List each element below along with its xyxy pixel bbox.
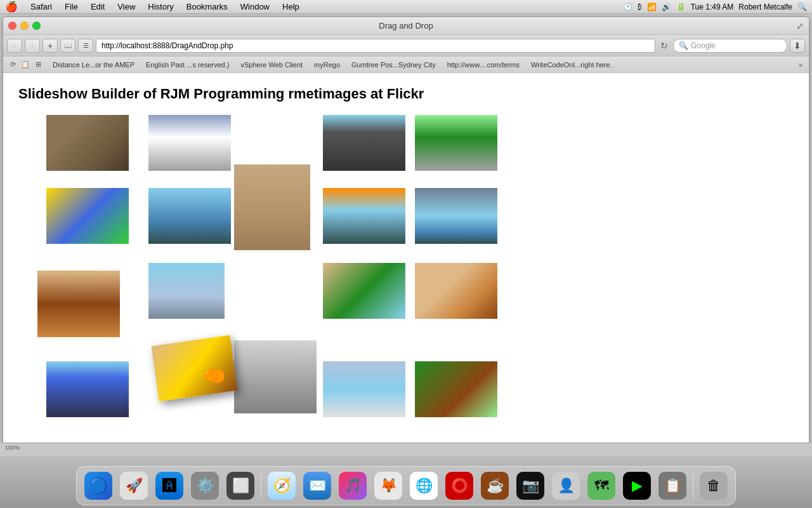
dock-separator-2	[693, 473, 693, 498]
photos-container: 🟠 🟠	[18, 115, 501, 401]
dock-photos[interactable]: 📷	[514, 469, 547, 502]
menu-edit[interactable]: Edit	[86, 1, 110, 13]
search-bar[interactable]: 🔍 Google	[673, 39, 787, 53]
bookmark-3[interactable]: vSphere Web Client	[235, 60, 308, 70]
menu-bar: 🍎 Safari File Edit View History Bookmark…	[0, 0, 812, 14]
photo-construction[interactable]	[323, 115, 405, 171]
dock: 🔵 🚀 🅰 ⚙️ ⬜ 🧭 ✉️ 🎵 🦊 🌐	[76, 466, 736, 505]
menu-view[interactable]: View	[112, 1, 140, 13]
photo-palm[interactable]	[323, 263, 405, 319]
photo-bigtree[interactable]	[415, 361, 497, 417]
photo-tower[interactable]	[46, 361, 129, 417]
battery-icon: 🔋	[676, 3, 686, 11]
dock-firefox[interactable]: 🦊	[372, 469, 405, 502]
dock-maps[interactable]: 🗺	[585, 469, 618, 502]
photo-snowtrees[interactable]	[234, 340, 317, 413]
bookmark-7[interactable]: WriteCodeOnl...right here.	[526, 60, 617, 70]
clock-icon: 🕐	[623, 3, 632, 11]
dock-finder[interactable]: 🔵	[82, 469, 115, 502]
downloads-button[interactable]: ⬇	[790, 39, 805, 53]
photo-chairs[interactable]	[37, 271, 120, 337]
address-bar[interactable]: http://localhost:8888/DragAndDrop.php	[96, 39, 655, 53]
dock-chrome[interactable]: 🌐	[407, 469, 440, 502]
photo-arch[interactable]	[46, 115, 129, 171]
photo-frozen[interactable]	[323, 361, 405, 417]
bookmark-2[interactable]: English Past ...s reserved.)	[141, 60, 234, 70]
minimize-button[interactable]	[20, 22, 29, 30]
menu-safari[interactable]: Safari	[25, 1, 57, 13]
photo-columns[interactable]	[415, 263, 497, 319]
dock-terminal[interactable]: ▶	[620, 469, 653, 502]
bookmark-1[interactable]: Distance Le...or the AMEP	[48, 60, 140, 70]
dock-itunes[interactable]: 🎵	[336, 469, 369, 502]
wifi-icon: 📶	[647, 3, 657, 11]
refresh-button[interactable]: ↻	[658, 39, 671, 52]
status-bar: 100%	[0, 443, 812, 452]
photo-harbor[interactable]	[148, 188, 231, 244]
dock-separator-1	[261, 473, 261, 498]
resize-icon[interactable]: ⤢	[796, 21, 804, 31]
dock-mail[interactable]: ✉️	[301, 469, 334, 502]
url-text: http://localhost:8888/DragAndDrop.php	[102, 41, 233, 50]
menu-history[interactable]: History	[143, 1, 178, 13]
dock-area: 🔵 🚀 🅰 ⚙️ ⬜ 🧭 ✉️ 🎵 🦊 🌐	[0, 456, 812, 508]
photo-statue[interactable]	[234, 164, 310, 250]
photo-trees[interactable]	[415, 115, 497, 171]
photo-coast[interactable]	[415, 188, 497, 244]
zoom-level: 100%	[5, 444, 20, 451]
bookmark-5[interactable]: Gumtree Pos...Sydney City	[346, 60, 441, 70]
dock-launchpad[interactable]: 🚀	[117, 469, 150, 502]
dock-sysprefs[interactable]: ⚙️	[188, 469, 221, 502]
username: Robert Metcalfe	[738, 3, 792, 11]
maximize-button[interactable]	[32, 22, 41, 30]
search-icon[interactable]: 🔍	[797, 3, 807, 11]
menu-help[interactable]: Help	[277, 1, 304, 13]
close-button[interactable]	[8, 22, 16, 30]
photo-bird[interactable]	[148, 115, 231, 171]
dock-opera[interactable]: ⭕	[443, 469, 476, 502]
page-title: Slideshow Builder of RJM Programming rme…	[18, 86, 794, 102]
menubar-right: 🕐 ₿ 📶 🔊 🔋 Tue 1:49 AM Robert Metcalfe 🔍	[623, 3, 807, 11]
browser-window: Drag and Drop ⤢ ‹ › + 📖 ☰ http://localho…	[3, 17, 809, 443]
title-bar: Drag and Drop ⤢	[3, 17, 809, 35]
dock-scripteditor[interactable]: 📋	[656, 469, 689, 502]
bookmark-icons: ⟳ 📋 ⊞	[7, 59, 44, 70]
bookmarks-button[interactable]: 📖	[60, 39, 75, 53]
dock-coffee[interactable]: ☕	[478, 469, 511, 502]
photo-interior-dragged[interactable]: 🟠 🟠	[151, 335, 237, 402]
bookmark-6[interactable]: http://www....com/terms	[442, 60, 525, 70]
reading-list-button[interactable]: ☰	[78, 39, 93, 53]
menu-bookmarks[interactable]: Bookmarks	[181, 1, 233, 13]
dock-trash[interactable]: 🗑	[697, 469, 730, 502]
add-tab-button[interactable]: +	[43, 39, 58, 53]
bookmark-add-icon[interactable]: ⟳	[7, 59, 18, 70]
photo-balloons[interactable]	[46, 188, 129, 244]
page-content: Slideshow Builder of RJM Programming rme…	[3, 73, 809, 443]
datetime: Tue 1:49 AM	[691, 3, 734, 11]
apple-menu[interactable]: 🍎	[5, 1, 18, 13]
photo-clouds[interactable]	[148, 263, 225, 319]
bluetooth-icon: ₿	[638, 3, 642, 11]
dock-missionctrl[interactable]: ⬜	[224, 469, 257, 502]
volume-icon: 🔊	[662, 3, 671, 11]
window-title: Drag and Drop	[379, 21, 433, 30]
dock-appstore[interactable]: 🅰	[153, 469, 186, 502]
search-glass-icon: 🔍	[679, 41, 688, 50]
bookmarks-bar: ⟳ 📋 ⊞ Distance Le...or the AMEP English …	[3, 57, 809, 73]
traffic-lights	[8, 22, 41, 30]
dock-safari[interactable]: 🧭	[265, 469, 298, 502]
bookmark-4[interactable]: myRego	[309, 60, 345, 70]
photo-lake[interactable]	[323, 188, 405, 244]
bookmark-grid-icon[interactable]: ⊞	[32, 59, 44, 70]
menu-window[interactable]: Window	[235, 1, 275, 13]
search-placeholder: Google	[691, 41, 716, 50]
bookmarks-more-button[interactable]: »	[796, 60, 805, 70]
nav-bar: ‹ › + 📖 ☰ http://localhost:8888/DragAndD…	[3, 35, 809, 57]
dock-addressbook[interactable]: 👤	[549, 469, 582, 502]
bookmark-list-icon[interactable]: 📋	[20, 59, 31, 70]
back-button[interactable]: ‹	[7, 39, 22, 53]
forward-button[interactable]: ›	[25, 39, 40, 53]
menu-file[interactable]: File	[60, 1, 83, 13]
